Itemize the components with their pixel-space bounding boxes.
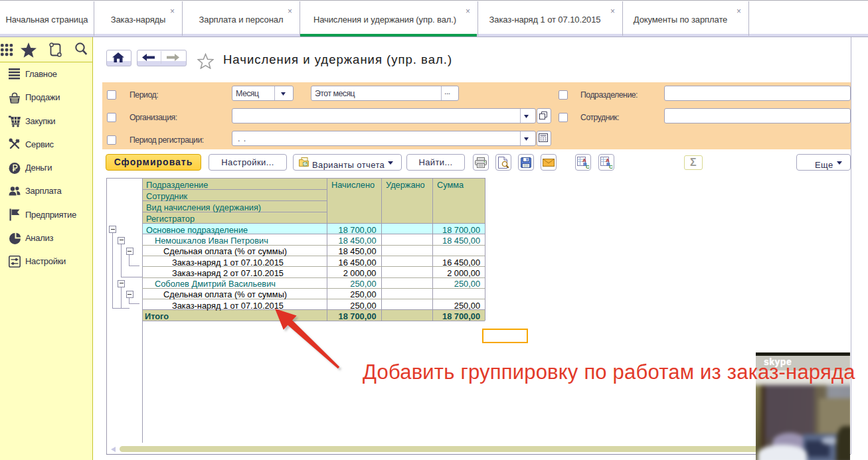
svg-text:C: C [609,164,613,169]
svg-text:C: C [586,164,590,169]
